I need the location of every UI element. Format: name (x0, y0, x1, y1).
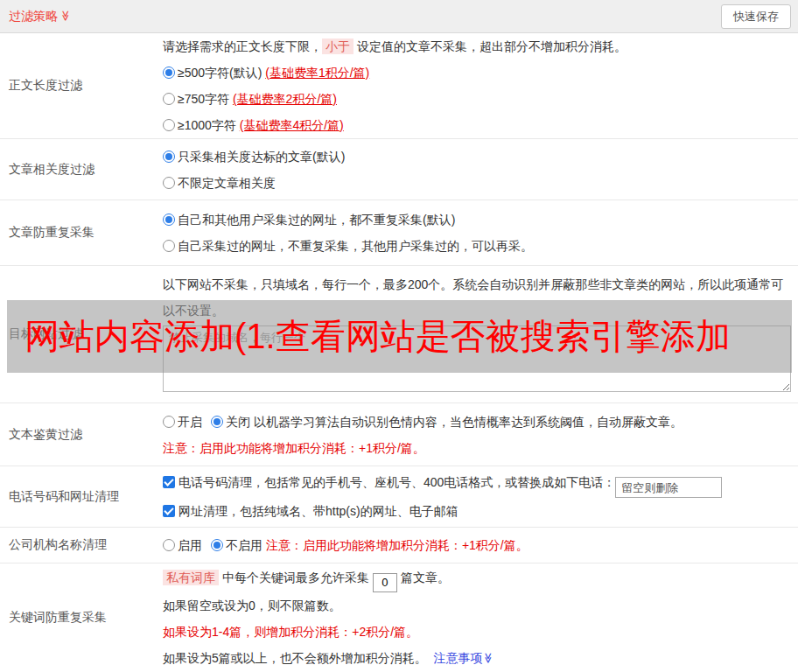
relevance-option-strict: 只采集相关度达标的文章(默认) (163, 144, 791, 170)
keyword-limit-tail: 篇文章。 (401, 570, 450, 584)
radio-dedup-global-checked[interactable] (163, 214, 175, 226)
row-label-relevance: 文章相关度过滤 (0, 139, 163, 200)
keyword-note-zero: 如果留空或设为0，则不限篇数。 (163, 592, 791, 619)
keyword-limit-line: 私有词库 中每个关键词最多允许采集篇文章。 (163, 564, 791, 592)
option-label[interactable]: ≥500字符(默认) (178, 66, 265, 80)
radio-company-on[interactable] (163, 539, 175, 551)
fee-note: (基础费率1积分/篇) (265, 66, 369, 80)
row-content-area: 电话号码清理，包括常见的手机号、座机号、400电话格式，或替换成如下电话： 网址… (163, 466, 798, 527)
page-title[interactable]: 过滤策略≫ (9, 9, 72, 24)
url-clean-label[interactable]: 网址清理，包括纯域名、带http(s)的网址、电子邮箱 (178, 504, 458, 518)
notice-link[interactable]: 注意事项≫ (434, 651, 494, 665)
relevance-option-any: 不限定文章相关度 (163, 170, 791, 196)
option-label[interactable]: 自己采集过的网址，不重复采集，其他用户采集过的，可以再采。 (178, 239, 533, 253)
option-label[interactable]: 开启 (178, 415, 202, 429)
filter-strategy-page: 过滤策略≫ 快速保存 正文长度过滤 请选择需求的正文长度下限，小于 设定值的文章… (0, 0, 798, 672)
length-option-750: ≥750字符 (基础费率2积分/篇) (163, 86, 791, 112)
content-length-intro: 请选择需求的正文长度下限，小于 设定值的文章不采集，超出部分不增加积分消耗。 (163, 33, 791, 60)
keyword-note-five-text: 如果设为5篇或以上，也不会额外增加积分消耗。 (163, 651, 427, 665)
checkbox-url-clean-checked[interactable] (163, 505, 175, 517)
length-option-500: ≥500字符(默认) (基础费率1积分/篇) (163, 60, 791, 86)
radio-dedup-self[interactable] (163, 240, 175, 252)
option-label[interactable]: ≥750字符 (178, 92, 233, 106)
quick-save-button[interactable]: 快速保存 (721, 4, 791, 29)
row-content-area: 自己和其他用户采集过的网址，都不重复采集(默认) 自己采集过的网址，不重复采集，… (163, 200, 798, 265)
radio-1000[interactable] (163, 119, 175, 131)
phone-clean-line: 电话号码清理，包括常见的手机号、座机号、400电话格式，或替换成如下电话： (163, 469, 791, 499)
url-clean-line: 网址清理，包括纯域名、带http(s)的网址、电子邮箱 (163, 498, 791, 524)
row-label-dedup: 文章防重复采集 (0, 200, 163, 265)
option-label[interactable]: ≥1000字符 (178, 118, 240, 132)
company-clean-note: 注意：启用此功能将增加积分消耗：+1积分/篇。 (266, 538, 528, 552)
row-label-porn-filter: 文本鉴黄过滤 (0, 403, 163, 466)
radio-porn-on[interactable] (163, 416, 175, 428)
porn-filter-options: 开启关闭 以机器学习算法自动识别色情内容，当色情概率达到系统阈值，自动屏蔽文章。 (163, 409, 791, 435)
row-label-phone-url-clean: 电话号码和网址清理 (0, 466, 163, 527)
option-label[interactable]: 不启用 (226, 538, 262, 552)
page-title-text: 过滤策略 (9, 9, 58, 23)
keyword-note-five: 如果设为5篇或以上，也不会额外增加积分消耗。 注意事项≫ (163, 645, 791, 671)
chevron-down-icon: ≫ (60, 10, 71, 21)
row-label-content-length: 正文长度过滤 (0, 33, 163, 138)
option-label[interactable]: 不限定文章相关度 (178, 176, 276, 190)
option-label[interactable]: 只采集相关度达标的文章(默认) (178, 150, 345, 164)
dedup-option-self: 自己采集过的网址，不重复采集，其他用户采集过的，可以再采。 (163, 233, 791, 259)
porn-filter-note: 注意：启用此功能将增加积分消耗：+1积分/篇。 (163, 435, 791, 461)
tooltip-overlay: 网站内容添加(1.查看网站是否被搜索引擎添加 (7, 300, 792, 373)
keyword-limit-text: 中每个关键词最多允许采集 (219, 570, 369, 584)
row-dedup: 文章防重复采集 自己和其他用户采集过的网址，都不重复采集(默认) 自己采集过的网… (0, 200, 798, 266)
row-keyword-dedup: 关键词防重复采集 私有词库 中每个关键词最多允许采集篇文章。 如果留空或设为0，… (0, 564, 798, 672)
company-clean-options: 启用不启用 注意：启用此功能将增加积分消耗：+1积分/篇。 (163, 532, 791, 558)
checkbox-phone-clean-checked[interactable] (163, 476, 175, 488)
replacement-phone-input[interactable] (615, 477, 722, 498)
keyword-note-fee: 如果设为1-4篇，则增加积分消耗：+2积分/篇。 (163, 619, 791, 645)
fee-note: (基础费率4积分/篇) (240, 118, 344, 132)
row-porn-filter: 文本鉴黄过滤 开启关闭 以机器学习算法自动识别色情内容，当色情概率达到系统阈值，… (0, 403, 798, 466)
intro-text-tail: 设定值的文章不采集，超出部分不增加积分消耗。 (357, 39, 626, 53)
row-content-area: 私有词库 中每个关键词最多允许采集篇文章。 如果留空或设为0，则不限篇数。 如果… (163, 564, 798, 672)
row-label-keyword-dedup: 关键词防重复采集 (0, 564, 163, 672)
header-bar: 过滤策略≫ 快速保存 (0, 0, 798, 33)
option-label[interactable]: 关闭 (226, 415, 250, 429)
row-relevance: 文章相关度过滤 只采集相关度达标的文章(默认) 不限定文章相关度 (0, 139, 798, 200)
radio-relevance-strict-checked[interactable] (163, 150, 175, 163)
option-label[interactable]: 启用 (178, 538, 202, 552)
intro-text: 请选择需求的正文长度下限， (163, 39, 322, 53)
phone-clean-label[interactable]: 电话号码清理，包括常见的手机号、座机号、400电话格式，或替换成如下电话： (178, 475, 615, 489)
row-content-area: 请选择需求的正文长度下限，小于 设定值的文章不采集，超出部分不增加积分消耗。 ≥… (163, 33, 798, 138)
radio-company-off-checked[interactable] (211, 539, 223, 551)
tooltip-overlay-text: 网站内容添加(1.查看网站是否被搜索引擎添加 (7, 312, 731, 360)
chevron-down-icon: ≫ (483, 652, 494, 663)
option-label[interactable]: 自己和其他用户采集过的网址，都不重复采集(默认) (178, 213, 455, 227)
row-content-area: 开启关闭 以机器学习算法自动识别色情内容，当色情概率达到系统阈值，自动屏蔽文章。… (163, 403, 798, 466)
row-content-area: 只采集相关度达标的文章(默认) 不限定文章相关度 (163, 139, 798, 200)
dedup-option-global: 自己和其他用户采集过的网址，都不重复采集(默认) (163, 206, 791, 233)
radio-relevance-any[interactable] (163, 177, 175, 189)
row-phone-url-clean: 电话号码和网址清理 电话号码清理，包括常见的手机号、座机号、400电话格式，或替… (0, 466, 798, 528)
length-option-1000: ≥1000字符 (基础费率4积分/篇) (163, 112, 791, 138)
article-count-input[interactable] (373, 573, 397, 592)
radio-750[interactable] (163, 93, 175, 105)
private-lexicon-badge[interactable]: 私有词库 (163, 570, 219, 585)
row-label-company-clean: 公司机构名称清理 (0, 528, 163, 563)
radio-500-checked[interactable] (163, 66, 175, 79)
notice-link-text: 注意事项 (434, 651, 483, 665)
porn-filter-desc: 以机器学习算法自动识别色情内容，当色情概率达到系统阈值，自动屏蔽文章。 (254, 415, 682, 429)
row-content-area: 启用不启用 注意：启用此功能将增加积分消耗：+1积分/篇。 (163, 528, 798, 563)
row-company-clean: 公司机构名称清理 启用不启用 注意：启用此功能将增加积分消耗：+1积分/篇。 (0, 528, 798, 564)
fee-note: (基础费率2积分/篇) (233, 92, 337, 106)
radio-porn-off-checked[interactable] (211, 416, 223, 428)
less-than-badge: 小于 (322, 38, 354, 54)
row-content-length: 正文长度过滤 请选择需求的正文长度下限，小于 设定值的文章不采集，超出部分不增加… (0, 33, 798, 139)
